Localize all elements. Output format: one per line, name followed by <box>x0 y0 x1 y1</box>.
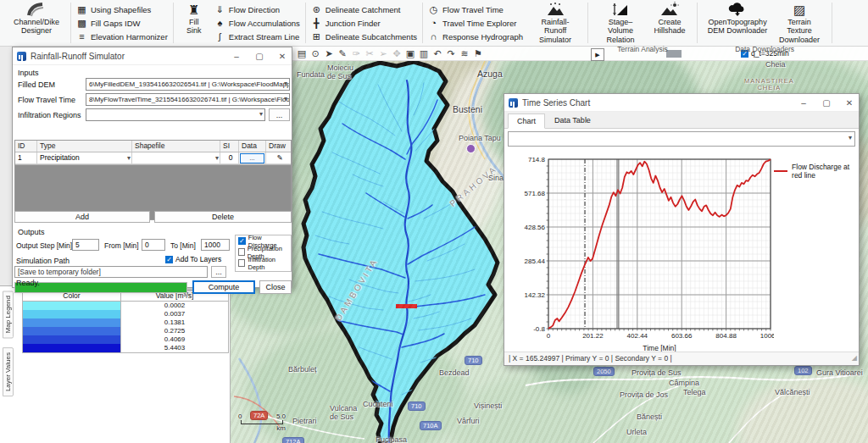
map-place-label: Busteni <box>453 105 482 115</box>
infiltration-regions-combo[interactable]: ▾ <box>86 108 265 121</box>
row-shapefile-combo[interactable]: ▾ <box>132 152 220 163</box>
opentopography-downloader-button[interactable]: OpenTopography DEM Downloader <box>703 0 772 44</box>
extract-stream-line-button[interactable]: ʃExtract Stream Line <box>214 30 300 43</box>
legend-row: 0.0037 <box>23 310 228 318</box>
row-draw-button[interactable]: ✎ <box>266 152 291 163</box>
sim-minimize-button[interactable]: – <box>227 48 246 64</box>
resize-grip-icon[interactable]: ◢ <box>852 352 857 364</box>
legend-value: 5.4403 <box>121 344 228 352</box>
edit-vertices-icon: ✑ <box>349 48 363 59</box>
output-step-input[interactable]: 5 <box>72 239 99 251</box>
travel-time-explorer-button[interactable]: ◔Travel Time Explorer <box>428 16 523 30</box>
delineate-subcatchments-button[interactable]: ⊞Delineate Subcatchments <box>311 30 417 43</box>
sim-status-text: Ready. <box>16 279 40 287</box>
close-button[interactable]: Close <box>259 280 292 294</box>
svg-text:0: 0 <box>547 332 551 340</box>
cut-icon: ✂ <box>363 48 376 59</box>
poi-icon[interactable] <box>466 144 476 153</box>
simulation-path-input[interactable]: [Save to temporary folder] <box>14 266 208 278</box>
sim-titlebar[interactable]: Rainfall-Runoff Simulator – ▢ ✕ <box>13 47 292 65</box>
row-type-combo[interactable]: Precipitation▾ <box>37 152 132 163</box>
collapsed-panel-chip[interactable] <box>666 50 682 58</box>
row-si: 0 <box>220 152 239 163</box>
road-badge: 710 <box>465 356 482 365</box>
flow-travel-time-button[interactable]: ◷Flow Travel Time <box>428 3 523 16</box>
path-browse-button[interactable]: ... <box>211 266 226 278</box>
flow-accumulations-icon: ♠ <box>214 18 225 28</box>
map-place-label: Fundata <box>297 71 325 80</box>
terrain-texture-downloader-button[interactable]: ▨ Terrain Texture Downloader <box>772 0 826 44</box>
chart-titlebar[interactable]: Time Series Chart – ▢ ✕ <box>504 94 859 112</box>
road-badge: 710A <box>420 421 442 430</box>
flow-discharge-checkbox[interactable]: ✓ <box>238 237 246 245</box>
from-input[interactable]: 0 <box>142 239 165 251</box>
row-data-button[interactable]: ... <box>240 153 264 163</box>
junction-finder-button[interactable]: ╋Junction Finder <box>311 16 417 30</box>
rainfall-runoff-simulator-button[interactable]: Rainfall-Runoff Simulator <box>528 0 582 46</box>
to-input[interactable]: 1000 <box>201 239 230 251</box>
chart-minimize-button[interactable]: – <box>794 95 813 111</box>
add-button[interactable]: Add <box>14 211 150 223</box>
legend-swatch <box>23 318 121 327</box>
marker-icon[interactable]: ⚑ <box>471 48 485 59</box>
hillshade-icon <box>660 2 679 18</box>
using-shapefiles-button[interactable]: ▦Using Shapefiles <box>76 3 168 16</box>
svg-text:201.22: 201.22 <box>582 332 604 340</box>
redo-icon[interactable]: ↷ <box>444 48 458 59</box>
fill-sink-icon: ♜ <box>188 2 199 18</box>
stream-icon[interactable]: ≋ <box>458 48 471 59</box>
delineate-catchment-button[interactable]: ⊛Delineate Catchment <box>311 3 417 16</box>
elevation-harmonizer-button[interactable]: ≡Elevation Harmonizer <box>76 30 168 43</box>
svg-text:-0.8: -0.8 <box>533 325 545 333</box>
to-label: To [Min] <box>170 241 196 250</box>
road-badge: 710 <box>408 401 426 411</box>
channel-dike-icon <box>27 2 46 18</box>
select-plus-icon[interactable]: ➤ <box>322 48 336 59</box>
row-data-cell: ... <box>239 152 266 163</box>
tab-map-legend[interactable]: Map Legend <box>3 291 14 338</box>
response-hydrograph-button[interactable]: ∩Response Hydrograph <box>428 30 523 43</box>
chart-close-button[interactable]: ✕ <box>840 95 859 111</box>
chevron-down-icon: ▾ <box>259 110 263 118</box>
infiltration-depth-checkbox[interactable] <box>238 259 245 267</box>
legend-swatch <box>23 335 121 344</box>
chart-maximize-button[interactable]: ▢ <box>817 95 836 111</box>
flow-travel-time-combo[interactable]: 8\MyFlowTravelTime_32155416632026741.tif… <box>86 93 290 106</box>
tab-data-table[interactable]: Data Table <box>545 113 600 128</box>
play-button[interactable]: ▶ <box>591 48 604 61</box>
copy-icon[interactable]: ▥ <box>417 48 431 59</box>
filled-dem-label: Filled DEM <box>18 80 55 89</box>
fill-sink-button[interactable]: ♜ Fill Sink <box>179 0 209 46</box>
map-place-label: Poiana Tapu <box>459 135 501 143</box>
channel-dike-designer-button[interactable]: Channel/Dike Designer <box>8 0 65 46</box>
filled-dem-combo[interactable]: 6\MyFilledDEM_1935416632026541.tif | G:\… <box>86 78 290 91</box>
map-place-label: Bănești <box>637 413 662 422</box>
infiltration-browse-button[interactable]: ... <box>269 108 290 121</box>
fill-gaps-idw-button[interactable]: ▩Fill Gaps IDW <box>76 16 168 30</box>
sim-maximize-button[interactable]: ▢ <box>250 48 269 64</box>
add-to-layers-checkbox[interactable]: ✓ <box>165 256 173 263</box>
undo-icon[interactable]: ↶ <box>431 48 444 59</box>
tab-chart[interactable]: Chart <box>508 114 545 129</box>
draw-icon[interactable]: ✎ <box>336 48 349 59</box>
stage-volume-relation-button[interactable]: Stage–Volume Relation <box>593 0 648 44</box>
compute-button[interactable]: Compute <box>192 280 255 294</box>
legend-value: 0.4069 <box>121 335 228 344</box>
tab-layer-values[interactable]: Layer Values <box>3 347 14 396</box>
hydrograph-plot[interactable]: -0.8142.32285.44428.56571.68714.80201.22… <box>509 152 774 354</box>
series-combo[interactable]: ▾ <box>508 131 855 147</box>
new-map-icon[interactable]: ▤ <box>295 48 309 59</box>
save-icon[interactable]: ▣ <box>403 48 417 59</box>
precipitation-depth-checkbox[interactable] <box>238 248 245 256</box>
chart-body: -0.8142.32285.44428.56571.68714.80201.22… <box>504 149 859 352</box>
delete-button[interactable]: Delete <box>154 211 292 223</box>
output-options-panel: ✓Flow Discharge Precipitation Depth Infi… <box>235 235 292 272</box>
create-hillshade-button[interactable]: Create Hillshade <box>648 0 692 44</box>
col-id: ID <box>15 141 37 152</box>
zoom-icon[interactable]: ⊙ <box>309 48 322 59</box>
sim-close-button[interactable]: ✕ <box>273 48 292 64</box>
chevron-down-icon: ▾ <box>284 80 287 87</box>
flow-accumulations-button[interactable]: ♠Flow Accumulations <box>214 16 300 30</box>
flow-direction-button[interactable]: ⇓Flow Direction <box>214 3 300 16</box>
legend-value: 0.1381 <box>121 318 228 327</box>
